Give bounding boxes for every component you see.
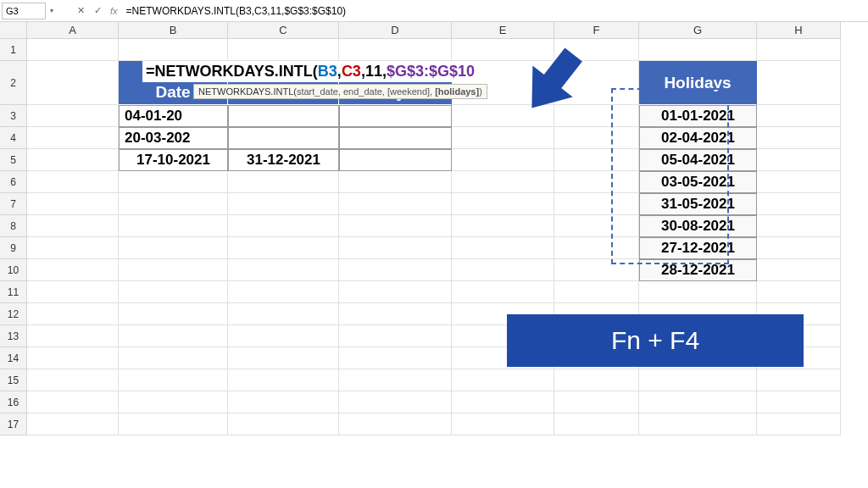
holiday-cell[interactable]: 02-04-2021 xyxy=(639,127,757,149)
col-header[interactable]: E xyxy=(452,22,554,39)
holiday-cell[interactable]: 01-01-2021 xyxy=(639,105,757,127)
shortcut-text: Fn + F4 xyxy=(611,326,699,355)
annotation-arrow-icon xyxy=(506,39,599,127)
holiday-cell[interactable]: 30-08-2021 xyxy=(639,215,757,237)
row-header[interactable]: 12 xyxy=(0,303,27,325)
cell-b4[interactable]: 20-03-202 xyxy=(119,127,228,149)
row-header[interactable]: 3 xyxy=(0,105,27,127)
row-header[interactable]: 1 xyxy=(0,39,27,61)
name-box[interactable]: G3 xyxy=(2,3,46,19)
row-header[interactable]: 10 xyxy=(0,259,27,281)
row-header[interactable]: 16 xyxy=(0,391,27,413)
name-box-dropdown-icon[interactable]: ▾ xyxy=(46,3,58,19)
table-header-holidays: Holidays xyxy=(639,61,757,105)
shortcut-callout: Fn + F4 xyxy=(507,314,804,367)
holiday-cell[interactable]: 28-12-2021 xyxy=(639,259,757,281)
row-headers: 1 2 3 4 5 6 7 8 9 10 11 12 13 14 15 16 1… xyxy=(0,39,27,435)
accept-formula-icon[interactable]: ✓ xyxy=(90,3,105,19)
row-header[interactable]: 6 xyxy=(0,171,27,193)
col-header[interactable]: A xyxy=(27,22,119,39)
formula-tooltip: NETWORKDAYS.INTL(start_date, end_date, [… xyxy=(193,84,487,99)
row-header[interactable]: 2 xyxy=(0,61,27,105)
row-header[interactable]: 8 xyxy=(0,215,27,237)
in-cell-formula[interactable]: =NETWORKDAYS.INTL(B3,C3,11,$G$3:$G$10 xyxy=(142,61,478,82)
col-header[interactable]: B xyxy=(119,22,228,39)
col-header[interactable]: D xyxy=(339,22,452,39)
cell-b5[interactable]: 17-10-2021 xyxy=(119,149,228,171)
row-header[interactable]: 4 xyxy=(0,127,27,149)
holiday-cell[interactable]: 03-05-2021 xyxy=(639,171,757,193)
cell-d5[interactable] xyxy=(339,149,452,171)
col-header[interactable]: G xyxy=(639,22,757,39)
row-header[interactable]: 14 xyxy=(0,347,27,369)
row-header[interactable]: 11 xyxy=(0,281,27,303)
fx-icon[interactable]: fx xyxy=(110,6,118,16)
cell-b3[interactable]: 04-01-20 xyxy=(119,105,228,127)
select-all-corner[interactable] xyxy=(0,22,27,39)
formula-bar-row: G3 ▾ ✕ ✓ fx xyxy=(0,0,868,22)
cell-d4[interactable] xyxy=(339,127,452,149)
holiday-cell[interactable]: 05-04-2021 xyxy=(639,149,757,171)
row-header[interactable]: 9 xyxy=(0,237,27,259)
col-header[interactable]: C xyxy=(228,22,339,39)
row-header[interactable]: 5 xyxy=(0,149,27,171)
col-header[interactable]: F xyxy=(554,22,639,39)
cell-d3[interactable] xyxy=(339,105,452,127)
cell-c3[interactable] xyxy=(228,105,339,127)
col-header[interactable]: H xyxy=(757,22,841,39)
holiday-cell[interactable]: 31-05-2021 xyxy=(639,193,757,215)
row-header[interactable]: 15 xyxy=(0,369,27,391)
svg-marker-0 xyxy=(512,39,594,124)
cell-c4[interactable] xyxy=(228,127,339,149)
cell-c5[interactable]: 31-12-2021 xyxy=(228,149,339,171)
row-header[interactable]: 13 xyxy=(0,325,27,347)
cancel-formula-icon[interactable]: ✕ xyxy=(73,3,88,19)
row-header[interactable]: 17 xyxy=(0,413,27,435)
formula-bar-input[interactable] xyxy=(123,3,868,19)
holiday-cell[interactable]: 27-12-2021 xyxy=(639,237,757,259)
row-header[interactable]: 7 xyxy=(0,193,27,215)
